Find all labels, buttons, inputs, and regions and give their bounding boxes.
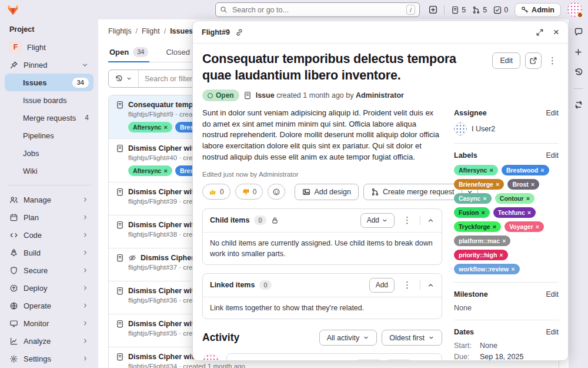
- issue-author[interactable]: Administrator: [356, 91, 404, 100]
- sidebar-item[interactable]: Merge requests 4: [5, 109, 93, 127]
- topbar-merge-requests-count[interactable]: 5: [472, 6, 487, 14]
- activity-filter-dropdown[interactable]: All activity: [319, 330, 377, 346]
- add-linked-item-button[interactable]: Add: [369, 278, 395, 293]
- collapse-section-icon[interactable]: [427, 281, 435, 289]
- label-remove-icon[interactable]: ×: [527, 209, 531, 216]
- label-pill[interactable]: Tryckforge×: [454, 221, 501, 232]
- label-remove-icon[interactable]: ×: [526, 195, 530, 202]
- label-pill[interactable]: Fusion×: [454, 207, 490, 218]
- more-actions-kebab[interactable]: ⋮: [546, 55, 559, 66]
- sidebar-menu-item[interactable]: Manage: [5, 191, 93, 208]
- label-pill[interactable]: Aftersync×: [128, 122, 172, 132]
- topbar-issues-count[interactable]: 5: [451, 6, 466, 14]
- gitlab-logo-icon[interactable]: [6, 3, 20, 16]
- linked-items-kebab[interactable]: ⋮: [401, 280, 413, 290]
- label-remove-icon[interactable]: ×: [496, 181, 499, 188]
- label-remove-icon[interactable]: ×: [481, 209, 485, 216]
- label-pill[interactable]: Aftersync×: [454, 165, 498, 175]
- state-tab[interactable]: Open Open 34: [108, 42, 149, 62]
- label-pill[interactable]: Contour×: [495, 193, 534, 204]
- label-remove-icon[interactable]: ×: [502, 237, 506, 244]
- thumbs-down-button[interactable]: 0: [235, 184, 263, 200]
- collapse-section-icon[interactable]: [427, 217, 435, 224]
- add-reaction-icon[interactable]: [419, 360, 427, 360]
- thumbs-up-button[interactable]: 0: [202, 184, 230, 200]
- sidebar-menu-item[interactable]: Monitor: [5, 314, 93, 332]
- add-child-item-button[interactable]: Add: [360, 213, 395, 228]
- admin-button[interactable]: Admin: [514, 3, 561, 17]
- label-remove-icon[interactable]: ×: [493, 223, 496, 230]
- sidebar-pinned-header[interactable]: Pinned: [5, 56, 93, 74]
- child-items-kebab[interactable]: ⋮: [401, 215, 413, 226]
- label-pill[interactable]: Aftersync×: [128, 165, 172, 176]
- comment-author-avatar[interactable]: [202, 354, 219, 360]
- label-pill[interactable]: platform::mac×: [454, 236, 510, 246]
- label-remove-icon[interactable]: ×: [163, 167, 167, 174]
- label-remove-icon[interactable]: ×: [489, 167, 493, 174]
- label-remove-icon[interactable]: ×: [499, 251, 503, 258]
- breadcrumb-group[interactable]: Flightjs: [108, 27, 132, 35]
- user-avatar[interactable]: [567, 2, 582, 17]
- label-pill[interactable]: Casync×: [454, 193, 492, 204]
- label-pill[interactable]: Brost×: [507, 179, 539, 190]
- topbar-todos-count[interactable]: 0: [493, 6, 508, 14]
- label-remove-icon[interactable]: ×: [540, 167, 544, 174]
- sidebar-item[interactable]: Wiki: [5, 162, 93, 180]
- label-pill[interactable]: priority::high×: [454, 250, 508, 260]
- create-merge-request-button[interactable]: Create merge request: [363, 184, 462, 200]
- sidebar-menu-item[interactable]: Operate: [5, 297, 93, 314]
- sidebar-menu-item[interactable]: Code: [5, 226, 93, 244]
- dates-edit-button[interactable]: Edit: [546, 328, 559, 336]
- label-remove-icon[interactable]: ×: [511, 266, 514, 273]
- assignee-avatar[interactable]: [454, 122, 467, 135]
- label-remove-icon[interactable]: ×: [536, 223, 539, 230]
- sidebar-menu-item[interactable]: Secure: [5, 261, 93, 279]
- sidebar-menu-item[interactable]: Deploy: [5, 279, 93, 297]
- labels-edit-button[interactable]: Edit: [546, 151, 559, 160]
- copy-link-icon[interactable]: [235, 28, 243, 37]
- activity-sort-dropdown[interactable]: Oldest first: [382, 330, 442, 346]
- history-rail-icon[interactable]: [574, 68, 583, 77]
- modal-body: Consequatur temporibus delectus tempora …: [193, 44, 568, 360]
- global-search[interactable]: /: [215, 2, 420, 17]
- add-rail-icon[interactable]: [574, 48, 583, 57]
- comments-rail-icon[interactable]: [574, 27, 583, 37]
- create-new-button[interactable]: [429, 5, 437, 14]
- sidebar-project-flight[interactable]: F Flight: [5, 38, 93, 56]
- sidebar-menu-item[interactable]: Build: [5, 244, 93, 261]
- expand-modal-icon[interactable]: [536, 28, 544, 37]
- recent-searches-button[interactable]: [109, 70, 139, 87]
- edit-comment-icon[interactable]: [448, 360, 456, 360]
- sidebar-menu-item[interactable]: Plan: [5, 208, 93, 226]
- comment-timestamp[interactable]: 1 month ago: [309, 360, 348, 360]
- open-in-full-page-button[interactable]: [525, 52, 542, 69]
- comment-author[interactable]: Administrator: [234, 360, 282, 360]
- reply-icon[interactable]: [433, 360, 442, 360]
- milestone-edit-button[interactable]: Edit: [546, 290, 559, 299]
- label-pill[interactable]: workflow::review×: [454, 264, 520, 274]
- close-modal-icon[interactable]: ×: [553, 27, 559, 37]
- swap-rail-icon[interactable]: [574, 100, 583, 110]
- assignee-name[interactable]: I User2: [472, 125, 495, 133]
- add-design-button[interactable]: Add design: [295, 184, 359, 200]
- sidebar-item[interactable]: Jobs: [5, 144, 93, 162]
- sidebar-item[interactable]: Issues 34: [5, 74, 93, 91]
- breadcrumb-project[interactable]: Flight: [142, 27, 160, 35]
- edit-button[interactable]: Edit: [492, 52, 520, 69]
- add-reaction-button[interactable]: [268, 184, 285, 200]
- comment-kebab[interactable]: ⋮: [463, 359, 475, 360]
- sidebar-menu-item[interactable]: Analyze: [5, 332, 93, 350]
- label-remove-icon[interactable]: ×: [531, 181, 534, 188]
- label-remove-icon[interactable]: ×: [163, 124, 167, 131]
- label-pill[interactable]: Voyager×: [505, 221, 544, 232]
- sidebar-item[interactable]: Pipelines: [5, 127, 93, 144]
- label-remove-icon[interactable]: ×: [483, 195, 486, 202]
- label-pill[interactable]: Techfunc×: [493, 207, 536, 218]
- global-search-input[interactable]: [231, 5, 403, 15]
- label-pill[interactable]: Brestwood×: [502, 165, 549, 175]
- issue-detail-modal: Flight#9 × Consequatur temporibus delect…: [192, 21, 569, 361]
- sidebar-item[interactable]: Issue boards: [5, 91, 93, 109]
- sidebar-menu-item[interactable]: Settings: [5, 350, 93, 367]
- assignee-edit-button[interactable]: Edit: [546, 109, 559, 117]
- label-pill[interactable]: Brieneforge×: [454, 179, 504, 190]
